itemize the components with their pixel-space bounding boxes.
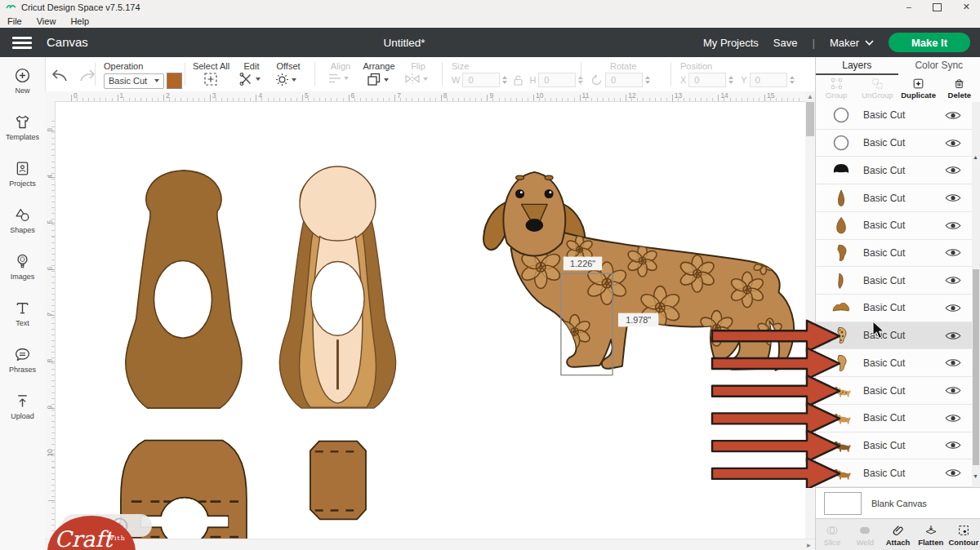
layer-row-10[interactable]: Basic Cut	[816, 349, 973, 377]
sidebar-item-templates[interactable]: Templates	[0, 104, 45, 150]
duplicate-button[interactable]: Duplicate	[898, 75, 939, 102]
attach-button[interactable]: Attach	[881, 519, 914, 550]
size-lock-icon[interactable]	[513, 74, 523, 86]
layer-row-4[interactable]: Basic Cut	[816, 184, 973, 212]
undo-icon[interactable]	[51, 69, 69, 82]
visibility-eye-icon[interactable]	[945, 247, 961, 258]
visibility-eye-icon[interactable]	[945, 330, 961, 341]
flatten-button[interactable]: Flatten	[915, 519, 947, 550]
offset-label: Offset	[272, 61, 305, 71]
operation-dropdown[interactable]: Basic Cut	[104, 73, 164, 89]
layer-label: Basic Cut	[863, 109, 945, 121]
layer-row-5[interactable]: Basic Cut	[816, 212, 973, 240]
visibility-eye-icon[interactable]	[945, 138, 961, 149]
sidebar-item-images[interactable]: Images	[0, 243, 45, 290]
select-all-icon[interactable]	[204, 73, 217, 86]
menu-file[interactable]: File	[0, 16, 29, 26]
layer-row-2[interactable]: Basic Cut	[816, 130, 973, 157]
machine-selector[interactable]: Maker	[830, 37, 874, 49]
group-button: Group	[816, 75, 857, 102]
height-input[interactable]: 0	[538, 73, 576, 87]
layer-thumbnail-dog-light	[831, 407, 852, 428]
tool-label: Slice	[824, 538, 841, 547]
layer-row-14[interactable]: Basic Cut	[816, 459, 973, 487]
width-stepper[interactable]	[502, 76, 507, 84]
sidebar-item-new[interactable]: New	[0, 57, 45, 104]
sidebar-item-phrases[interactable]: Phrases	[0, 336, 45, 383]
list-scroll-thumb[interactable]	[973, 269, 979, 465]
sidebar-item-upload[interactable]: Upload	[0, 383, 45, 429]
duplicate-icon	[912, 78, 924, 90]
layer-row-3[interactable]: Basic Cut	[816, 157, 973, 184]
ruler-v-tick: 6	[46, 264, 54, 273]
shapes-icon	[14, 206, 31, 224]
minimize-icon[interactable]: –	[906, 0, 911, 14]
layer-row-11[interactable]: Basic Cut	[816, 377, 973, 405]
blank-canvas-row[interactable]: Blank Canvas	[816, 487, 980, 519]
pos-x-input[interactable]: 0	[688, 73, 726, 87]
sidebar-item-projects[interactable]: Projects	[0, 150, 45, 197]
edit-scissors-icon[interactable]	[239, 73, 253, 86]
visibility-eye-icon[interactable]	[945, 165, 961, 175]
visibility-eye-icon[interactable]	[945, 385, 961, 396]
layer-row-6[interactable]: Basic Cut	[816, 240, 973, 268]
offset-caret-icon[interactable]	[292, 78, 296, 82]
visibility-eye-icon[interactable]	[945, 357, 961, 368]
layer-row-7[interactable]: Basic Cut	[816, 267, 973, 295]
scroll-right-icon[interactable]: ►	[804, 539, 814, 550]
visibility-eye-icon[interactable]	[945, 303, 961, 313]
visibility-eye-icon[interactable]	[945, 110, 961, 121]
tab-color-sync[interactable]: Color Sync	[898, 57, 980, 75]
menu-view[interactable]: View	[29, 16, 64, 26]
visibility-eye-icon[interactable]	[945, 413, 961, 424]
offset-icon[interactable]	[275, 73, 289, 86]
scroll-up-icon[interactable]: ▲	[805, 91, 815, 101]
visibility-eye-icon[interactable]	[945, 440, 961, 450]
color-swatch[interactable]	[167, 73, 182, 89]
operation-label: Operation	[104, 61, 179, 71]
list-scroll-up-icon[interactable]: ▲	[973, 154, 978, 160]
sidebar-item-text[interactable]: Text	[0, 290, 45, 336]
canvas-vertical-scrollbar[interactable]: ▲	[805, 91, 815, 539]
layers-scrollbar[interactable]: ▲ ▼	[972, 102, 980, 487]
arrange-caret-icon[interactable]	[384, 78, 389, 82]
contour-button[interactable]: Contour	[947, 519, 980, 550]
tool-label: Weld	[857, 538, 874, 547]
menu-help[interactable]: Help	[63, 16, 96, 26]
visibility-eye-icon[interactable]	[945, 220, 961, 231]
list-scroll-down-icon[interactable]: ▼	[973, 473, 978, 479]
pos-x-stepper[interactable]	[728, 76, 733, 84]
ruler-h-tick: 12	[628, 91, 635, 100]
layer-row-8[interactable]: Basic Cut	[816, 295, 973, 322]
maximize-icon[interactable]	[933, 3, 942, 11]
ruler-h-tick: 8	[443, 91, 448, 100]
save-link[interactable]: Save	[773, 37, 798, 49]
design-canvas[interactable]: 1.226" 1.978"	[45, 91, 815, 550]
layer-row-12[interactable]: Basic Cut	[816, 405, 973, 432]
pos-y-input[interactable]: 0	[750, 73, 787, 87]
visibility-eye-icon[interactable]	[945, 193, 961, 203]
pos-y-stepper[interactable]	[790, 76, 795, 84]
ruler-v-tick: 7	[46, 309, 54, 319]
visibility-eye-icon[interactable]	[945, 468, 961, 478]
arrange-icon[interactable]	[367, 73, 381, 86]
sidebar-item-shapes[interactable]: Shapes	[0, 197, 45, 243]
layer-row-9[interactable]: Basic Cut	[816, 322, 973, 350]
width-input[interactable]: 0	[462, 73, 500, 87]
v-scroll-thumb[interactable]	[806, 102, 814, 136]
visibility-eye-icon[interactable]	[945, 275, 961, 286]
delete-button[interactable]: Delete	[939, 75, 980, 102]
make-it-button[interactable]: Make It	[889, 33, 970, 52]
layer-row-13[interactable]: Basic Cut	[816, 432, 973, 460]
tab-layers[interactable]: Layers	[816, 57, 898, 75]
close-icon[interactable]: ✕	[963, 0, 970, 14]
blank-canvas-swatch[interactable]	[824, 492, 862, 515]
window-title: Cricut Design Space v7.5.174	[21, 2, 140, 12]
my-projects-link[interactable]: My Projects	[703, 37, 759, 49]
rotate-input[interactable]: 0	[605, 73, 643, 87]
redo-icon[interactable]	[78, 69, 96, 82]
ruler-h-tick: 15	[767, 91, 774, 100]
layer-row-1[interactable]: Basic Cut	[816, 102, 973, 130]
rotate-stepper[interactable]	[645, 76, 650, 84]
edit-caret-icon[interactable]	[256, 78, 261, 81]
